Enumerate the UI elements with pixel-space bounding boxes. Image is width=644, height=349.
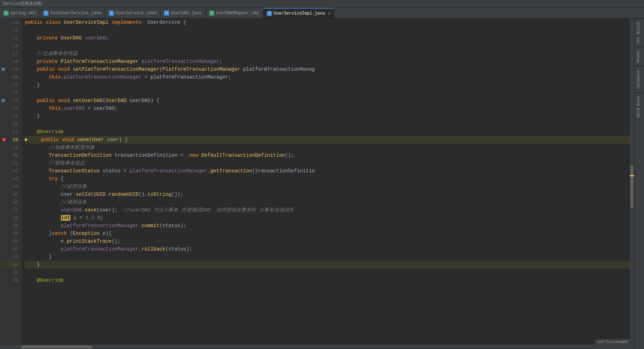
breakpoint-area-16[interactable] [0, 42, 7, 50]
breakpoint-area-26[interactable] [0, 120, 7, 128]
breakpoint-area-36[interactable] [0, 198, 7, 206]
code-line-39: platformTransactionManager.commit(status… [25, 222, 630, 230]
gutter-row-46: 46 [0, 276, 21, 284]
gutter-row-21: 21 [0, 81, 21, 89]
gutter-row-41: 41 [0, 237, 21, 245]
tab-icon-ud: J [164, 11, 169, 16]
line-number-22: 22 [7, 90, 21, 96]
breakpoint-area-25[interactable] [0, 112, 7, 120]
breakpoint-area-35[interactable] [0, 190, 7, 198]
breakpoint-area-41[interactable] [0, 237, 7, 245]
gutter-row-38: 38 [0, 214, 21, 222]
breakpoint-area-15[interactable] [0, 34, 7, 42]
gutter-row-13: 13 [0, 18, 21, 26]
line-number-35: 35 [7, 192, 21, 197]
gutter-row-34: 34 [0, 183, 21, 190]
sidebar-maven[interactable]: Maven [634, 47, 644, 66]
tab-spring-xml[interactable]: x spring.xml [0, 8, 40, 18]
right-sidebar: Ant Build Maven Database Word Book [634, 18, 644, 349]
sidebar-ant-build[interactable]: Ant Build [634, 18, 644, 47]
breakpoint-area-24[interactable] [0, 104, 7, 112]
code-line-40: }catch (Exception e){ [25, 230, 630, 237]
gutter-row-36: 36 [0, 198, 21, 206]
code-line-27: @Override [25, 128, 630, 136]
tab-label-spring: spring.xml [10, 11, 36, 16]
tab-user-dao[interactable]: J UserDAO.java [160, 8, 205, 18]
breakpoint-area-46[interactable] [0, 276, 7, 284]
breakpoint-area-18[interactable] [0, 58, 7, 65]
breakpoint-area-34[interactable] [0, 183, 7, 190]
horizontal-scrollbar[interactable] [0, 345, 634, 349]
breakpoint-area-14[interactable] [0, 26, 7, 34]
breakpoint-area-38[interactable] [0, 214, 7, 222]
gutter-row-15: 15 [0, 34, 21, 42]
breakpoint-area-45[interactable] [0, 269, 7, 276]
code-line-16 [25, 42, 630, 50]
breakpoint-area-37[interactable] [0, 206, 7, 214]
code-line-13: public class UserServiceImpl implements … [25, 18, 630, 26]
tab-label-test: TestUserService.java [50, 11, 101, 16]
breakpoint-area-17[interactable] [0, 50, 7, 58]
breakpoint-area-31[interactable] [0, 159, 7, 167]
gutter-row-42: 42 [0, 245, 21, 253]
line-number-43: 43 [7, 254, 21, 260]
vertical-scrollbar[interactable] [630, 18, 634, 345]
breakpoint-dot-28 [2, 138, 6, 141]
breakpoint-area-27[interactable] [0, 128, 7, 136]
tab-test-user-service[interactable]: J TestUserService.java [40, 8, 105, 18]
line-number-28: 28 [7, 137, 21, 143]
code-line-20: this.platformTransactionManager = platfo… [25, 73, 630, 81]
code-line-35: user.setId(UUID.randomUUID().toString())… [25, 190, 630, 198]
tab-close-icon[interactable]: ✕ [328, 11, 331, 16]
tab-label-udm: UserDAOMapper.xml [216, 11, 259, 16]
breakpoint-area-30[interactable] [0, 151, 7, 159]
line-number-17: 17 [7, 51, 21, 57]
sidebar-word-book[interactable]: Word Book [634, 92, 644, 121]
gutter-row-19: − 19 [0, 65, 21, 73]
code-content[interactable]: public class UserServiceImpl implements … [21, 18, 630, 345]
fold-icon-19[interactable]: − [1, 68, 5, 71]
line-number-42: 42 [7, 247, 21, 252]
breakpoint-area-28[interactable] [0, 136, 7, 144]
scroll-thumb-vertical[interactable] [630, 165, 633, 208]
breakpoint-area-13[interactable] [0, 18, 7, 26]
breakpoint-area-44[interactable] [0, 261, 7, 269]
breakpoint-area-42[interactable] [0, 245, 7, 253]
breakpoint-area-19[interactable]: − [0, 65, 7, 73]
gutter-row-29: 29 [0, 144, 21, 151]
tab-label-usi: UserServiceImpl.java [274, 11, 325, 16]
breakpoint-area-39[interactable] [0, 222, 7, 230]
code-line-15: private UserDAO userDAO; [25, 34, 630, 42]
fold-icon-23[interactable]: − [1, 99, 5, 102]
code-line-31: //获取事务状态 [25, 159, 630, 167]
line-number-46: 46 [7, 278, 21, 283]
code-line-34: //处理业务 [25, 183, 630, 190]
tab-user-service[interactable]: J UserService.java [105, 8, 160, 18]
line-number-38: 38 [7, 215, 21, 221]
breakpoint-area-20[interactable] [0, 73, 7, 81]
line-number-21: 21 [7, 82, 21, 88]
sidebar-database[interactable]: Database [634, 66, 644, 92]
code-line-42: platformTransactionManager.rollback(stat… [25, 245, 630, 253]
line-number-23: 23 [7, 98, 21, 103]
gutter-row-22: 22 [0, 89, 21, 97]
breakpoint-area-23[interactable]: − [0, 97, 7, 104]
breakpoint-area-21[interactable] [0, 81, 7, 89]
gutter-row-26: 26 [0, 120, 21, 128]
gutter-row-25: 25 [0, 112, 21, 120]
code-line-32: TransactionStatus status = platformTrans… [25, 167, 630, 175]
breakpoint-area-43[interactable] [0, 253, 7, 261]
tab-user-service-impl[interactable]: J UserServiceImpl.java ✕ [263, 8, 334, 18]
tab-user-dao-mapper[interactable]: x UserDAOMapper.xml [206, 8, 263, 18]
breakpoint-area-40[interactable] [0, 230, 7, 237]
code-line-19: public void setPlatformTransactionManage… [25, 65, 630, 73]
editor-area[interactable]: 13 14 15 16 [0, 18, 634, 349]
breakpoint-area-29[interactable] [0, 144, 7, 151]
breakpoint-area-33[interactable] [0, 175, 7, 183]
line-number-40: 40 [7, 231, 21, 236]
breakpoint-area-22[interactable] [0, 89, 7, 97]
breakpoint-area-32[interactable] [0, 167, 7, 175]
tabs-bar: x spring.xml J TestUserService.java J Us… [0, 8, 644, 18]
gutter-row-16: 16 [0, 42, 21, 50]
scroll-thumb-horizontal[interactable] [21, 345, 93, 348]
